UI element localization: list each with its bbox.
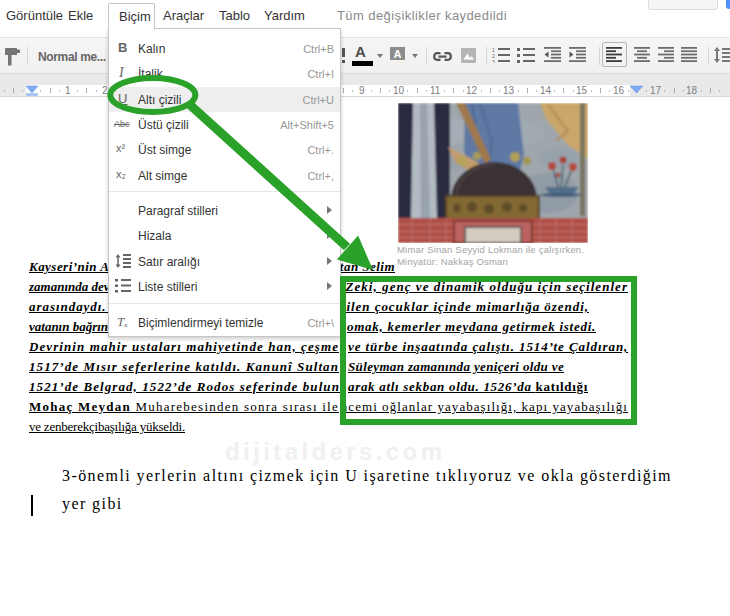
svg-text:A: A <box>394 48 402 60</box>
svg-text:3: 3 <box>492 59 495 63</box>
